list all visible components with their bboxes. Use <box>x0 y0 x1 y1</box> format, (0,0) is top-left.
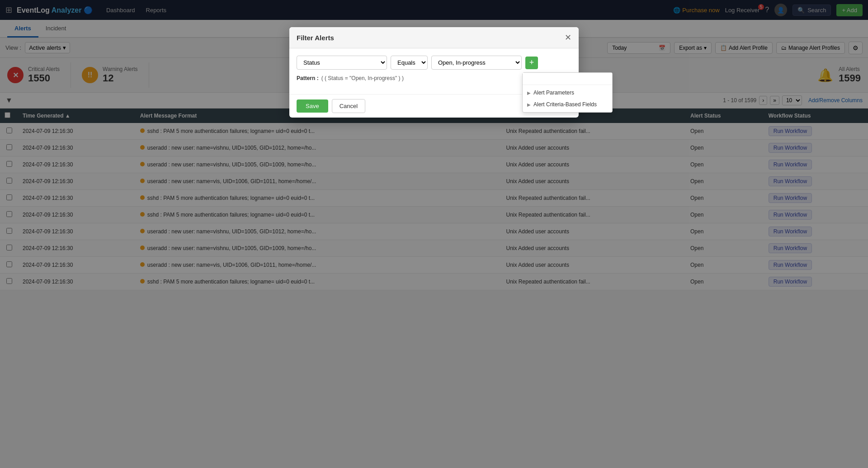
save-button[interactable]: Save <box>297 99 328 113</box>
modal-title: Filter Alerts <box>297 34 334 42</box>
filter-alerts-modal: Filter Alerts ✕ Status Equals Open, In-p… <box>289 27 579 118</box>
modal-header: Filter Alerts ✕ <box>289 27 579 48</box>
modal-close-button[interactable]: ✕ <box>565 33 571 43</box>
filter-row: Status Equals Open, In-progress + <box>297 56 571 70</box>
field-search-input[interactable] <box>523 73 612 85</box>
arrow-icon: ▶ <box>527 102 531 107</box>
filter-field-select[interactable]: Status <box>297 56 387 70</box>
modal-overlay: Filter Alerts ✕ Status Equals Open, In-p… <box>0 0 868 290</box>
filter-operator-select[interactable]: Equals <box>391 56 428 70</box>
filter-value-select[interactable]: Open, In-progress <box>431 56 522 70</box>
alert-parameters-item[interactable]: ▶ Alert Parameters <box>523 87 612 99</box>
alert-criteria-item[interactable]: ▶ Alert Criteria-Based Fields <box>523 99 612 110</box>
field-dropdown: ▶ Alert Parameters ▶ Alert Criteria-Base… <box>522 72 613 113</box>
alert-parameters-label: Alert Parameters <box>533 90 574 96</box>
pattern-label: Pattern : <box>297 75 319 81</box>
cancel-button[interactable]: Cancel <box>332 99 365 113</box>
pattern-value: ( ( Status = "Open, In-progress" ) ) <box>321 75 404 81</box>
modal-body: Status Equals Open, In-progress + Patter… <box>289 48 579 94</box>
add-filter-button[interactable]: + <box>525 57 538 69</box>
alert-criteria-label: Alert Criteria-Based Fields <box>533 101 597 108</box>
arrow-icon: ▶ <box>527 90 531 95</box>
field-group: ▶ Alert Parameters ▶ Alert Criteria-Base… <box>523 85 612 112</box>
